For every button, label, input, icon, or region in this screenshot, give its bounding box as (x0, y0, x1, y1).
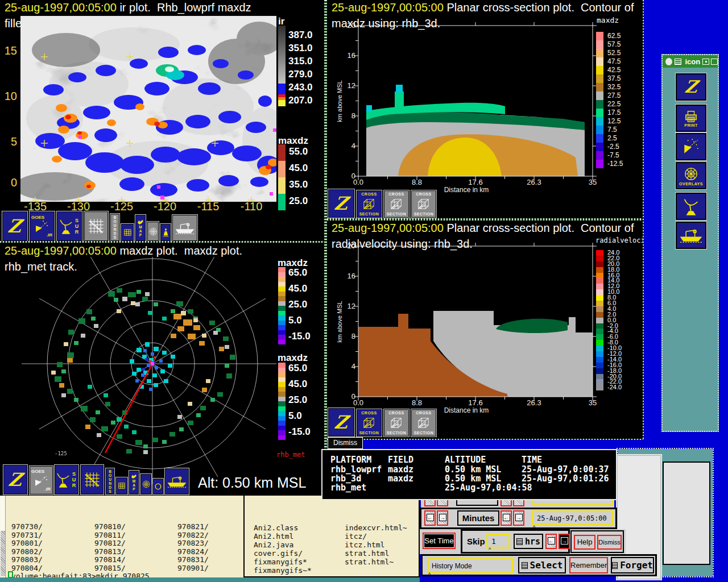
colorbar-swatch (278, 301, 286, 306)
colorbar-entry: -12.5 (596, 160, 623, 168)
small-grid-button[interactable] (116, 477, 127, 494)
skip-forward-button[interactable]: → (559, 534, 570, 549)
time-step-button[interactable] (437, 500, 448, 506)
radar-colorbar-label2: maxdz (278, 352, 308, 364)
time-step-button[interactable] (424, 500, 436, 506)
ship-button[interactable] (676, 222, 706, 249)
grid-plot-button[interactable] (84, 211, 108, 241)
xs2-xtick: 0.0 (347, 398, 370, 407)
map-button[interactable]: MAP (129, 471, 139, 494)
history-mode-field[interactable]: History Mode (427, 558, 514, 573)
time-step-button[interactable] (500, 500, 512, 506)
cube-icon (417, 198, 431, 210)
minutes-forward-button[interactable]: → (513, 510, 524, 526)
radar-dish-icon (683, 197, 699, 216)
radar-panel-title: 25-aug-1997,00:05:00 maxdz plot. maxdz p… (5, 244, 242, 257)
small-grid-button[interactable] (121, 224, 134, 241)
radar-plot-panel: 25-aug-1997,00:05:00 maxdz plot. maxdz p… (0, 243, 324, 497)
goes-ir-button[interactable]: GOES .IR (30, 466, 53, 494)
ship-button[interactable] (172, 215, 197, 241)
cross-section-button[interactable]: CROSS SECTION (384, 190, 409, 218)
radar-source-label: rhb_met (276, 451, 305, 459)
print-button[interactable]: PRINT (676, 105, 706, 132)
goes-ir-button[interactable]: GOES .IR (30, 211, 55, 241)
map-icon (137, 219, 144, 225)
dismiss-button[interactable]: Dismiss (597, 535, 622, 550)
azimuth-wheel-button[interactable] (140, 474, 151, 494)
cross-section-button[interactable]: CROSS SECTION (411, 409, 436, 436)
remember-button[interactable]: Remember (569, 557, 608, 573)
skip-back-button[interactable]: ← (545, 534, 557, 549)
terminal-window-left[interactable]: 970730/970810/970821/970731/970811/97082… (0, 496, 243, 577)
cube-icon (362, 198, 376, 210)
window-menu-icon[interactable] (675, 59, 682, 65)
step-back-button[interactable]: ← (424, 510, 436, 526)
map-button[interactable]: MAP (135, 215, 146, 241)
ir-colorbar-values: 387.0351.0315.0279.0243.0207.0 (288, 30, 313, 108)
xs2-plot[interactable] (350, 238, 601, 405)
time-entry-field[interactable]: 25-Aug-97,0:05:00 (532, 510, 613, 526)
circle-icon (154, 483, 162, 490)
grid-plot-button[interactable] (81, 465, 104, 494)
buoy-button[interactable] (160, 224, 171, 241)
file-listing-row: fixmanygifs*strat.html~ (254, 558, 436, 566)
terminal-window-right[interactable]: Ani2.classindexcvr.html~Ani2.htmlitcz/An… (243, 494, 420, 577)
terminal-scrollbar[interactable] (0, 496, 6, 577)
set-time-button[interactable]: Set Time (423, 533, 456, 549)
minutes-back-button[interactable]: ← (500, 510, 512, 526)
units-menu-button[interactable]: hrs (514, 534, 543, 549)
sur-label: SUR (74, 218, 80, 235)
colorbar-entry: 52.5 (596, 49, 623, 57)
cross-section-button[interactable]: CROSS SECTION (384, 409, 409, 436)
time-control-clipped-row (421, 500, 614, 508)
map-label: MAP (132, 479, 136, 491)
circle-button[interactable] (153, 479, 163, 494)
radar-dish-button[interactable] (676, 193, 706, 220)
xs1-plot[interactable] (350, 18, 601, 184)
bounds-button[interactable]: BOUNDS (106, 468, 114, 494)
xs2-xtick: 8.8 (406, 398, 428, 407)
colorbar-entry: 27.5 (596, 92, 623, 100)
time-step-button[interactable] (513, 500, 524, 506)
window-zoom-icon[interactable] (711, 59, 718, 65)
radar-colorbar-2-values: 65.045.025.05.0-15.0 (288, 363, 311, 442)
cross-section-button-active[interactable]: CROSS SECTION (357, 409, 382, 436)
satellite-button[interactable] (676, 133, 706, 160)
time-action-row: Set Time Skip 1 ^ hrs ← → Help Dismiss (420, 529, 626, 554)
overlays-button[interactable]: OVERLAYS (676, 162, 706, 189)
cross-section-button-active[interactable]: CROSS SECTION (357, 190, 382, 218)
scrollbar-thumb[interactable] (1, 531, 5, 576)
menu-icon (612, 562, 618, 569)
colorbar-value: 5.0 (288, 315, 311, 331)
ir-satellite-image[interactable] (20, 16, 276, 202)
zeb-logo-button[interactable]: Z (3, 465, 27, 494)
step-forward-button[interactable]: → (437, 510, 448, 526)
zeb-logo-button[interactable]: Z (2, 211, 27, 241)
xs1-xtick: 35 (581, 178, 604, 186)
zeb-logo-button[interactable]: Z (328, 408, 354, 436)
help-button[interactable]: Help (574, 535, 595, 550)
zeb-logo-button[interactable]: Z (328, 189, 354, 218)
azimuth-wheel-button[interactable] (147, 222, 159, 241)
icon-window-titlebar[interactable]: icon (663, 55, 718, 68)
window-menu-disc-icon[interactable] (665, 58, 672, 65)
bounds-button[interactable]: BOUNDS (110, 214, 119, 241)
window-iconify-icon[interactable] (702, 59, 709, 65)
select-menu-button[interactable]: Select (518, 557, 566, 573)
xs2-colorbar-label: radialvelocity (595, 236, 643, 244)
xs2-xtick: 26.3 (523, 398, 545, 407)
surveillance-button[interactable]: SUR (57, 211, 82, 241)
cross-section-button[interactable]: CROSS SECTION (411, 190, 436, 218)
xsection-radialvelocity-panel: 25-aug-1997,00:05:00 Planar cross-sectio… (327, 221, 643, 439)
forget-menu-button[interactable]: Forget (611, 557, 654, 573)
zeb-logo-button[interactable]: Z (676, 73, 706, 101)
radar-display[interactable] (0, 257, 276, 484)
printer-icon (684, 110, 698, 123)
dismiss-overlay-button[interactable]: Dismiss (328, 437, 363, 449)
radar-dish-icon (56, 471, 70, 488)
colorbar-swatch (278, 435, 286, 440)
colorbar-swatch (278, 292, 286, 297)
ship-button[interactable] (165, 468, 189, 494)
surveillance-button[interactable]: SUR (55, 465, 78, 494)
time-field-partial[interactable] (532, 500, 613, 506)
